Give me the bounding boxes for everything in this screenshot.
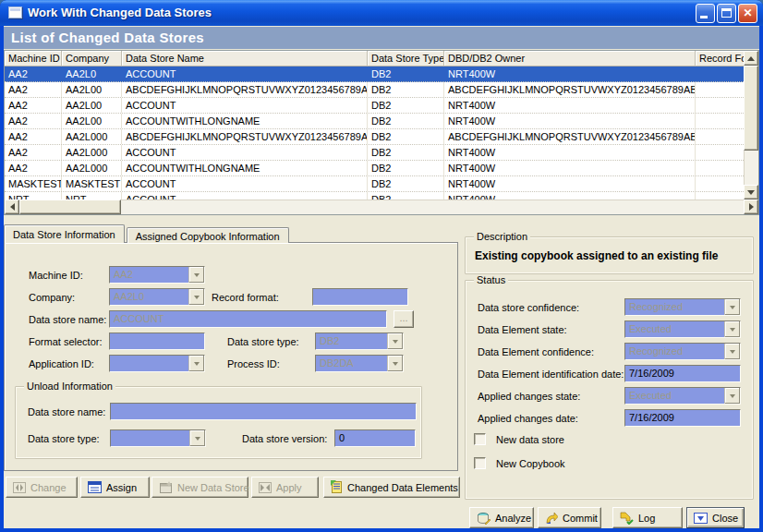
maximize-icon [721,8,732,18]
swap-arrows-icon [13,482,26,493]
scroll-down-button[interactable] [744,185,758,200]
chevron-down-icon [194,362,200,366]
table-row[interactable]: AA2 AA2L000 ABCDEFGHIJKLMNOPQRSTUVWXYZ01… [5,129,744,145]
company-label: Company: [29,292,75,303]
machine-id-label: Machine ID: [29,270,83,281]
cell-machine-id: AA2 [5,98,62,113]
table-row[interactable]: AA2 AA2L00 ABCDEFGHIJKLMNOPQRSTUVWXYZ012… [5,82,744,98]
scroll-right-button[interactable] [744,200,758,214]
cell-record-format [696,161,744,175]
vertical-scroll-thumb[interactable] [744,66,758,151]
horizontal-scrollbar[interactable] [5,200,758,214]
changed-data-elements-button[interactable]: Changed Data Elements [323,477,460,498]
cell-company: AA2L00 [62,98,122,113]
cell-company: AA2L000 [62,161,122,175]
column-header-dbd-db2-owner[interactable]: DBD/DB2 Owner [444,51,696,66]
scroll-up-button[interactable] [744,51,758,66]
machine-id-combo: AA2 [109,266,205,284]
dropdown-button [724,344,740,359]
application-id-combo [109,355,205,372]
commit-button[interactable]: Commit [538,507,601,528]
arrow-down-icon [747,190,755,195]
company-combo: AA2L0 [109,288,205,306]
titlebar: Work With Changed Data Stores ✕ [0,0,763,26]
column-header-data-store-name[interactable]: Data Store Name [122,51,368,66]
data-store-version-label: Data store version: [242,433,327,444]
description-title: Description [474,231,530,242]
data-element-confidence-label: Data Element confidence: [478,346,594,357]
cell-record-format [696,129,744,144]
chevron-down-icon [194,273,200,277]
cell-record-format [696,114,744,128]
maximize-button[interactable] [717,4,736,23]
table-row[interactable]: AA2 AA2L000 ACCOUNTWITHLONGNAME DB2 NRT4… [5,161,744,176]
column-header-record-format[interactable]: Record Format [696,51,744,66]
chevron-down-icon [194,296,200,299]
new-data-store-checkbox[interactable] [474,433,486,445]
unload-data-store-type-label: Data store type: [28,433,100,444]
dropdown-button [387,356,403,371]
data-store-name-field[interactable]: ACCOUNT [109,310,387,328]
dropdown-button [188,356,204,371]
chevron-down-icon [730,350,735,354]
cell-company: AA2L000 [62,145,122,160]
tab-assigned-copybook-information[interactable]: Assigned Copybook Information [127,227,289,243]
cell-record-format [696,192,744,200]
cell-data-store-type: DB2 [368,66,444,81]
analyze-button[interactable]: Analyze [469,507,534,528]
record-format-field[interactable] [312,288,408,306]
table-row[interactable]: AA2 AA2L0 ACCOUNT DB2 NRT400W [5,66,744,82]
grid-body: AA2 AA2L0 ACCOUNT DB2 NRT400W AA2 AA2L00… [5,66,744,200]
vertical-scrollbar[interactable] [744,51,758,200]
data-store-type-combo: DB2 [315,332,404,350]
column-header-company[interactable]: Company [62,51,122,66]
tab-data-store-information[interactable]: Data Store Information [4,224,125,243]
browse-button: ... [394,310,414,328]
unload-data-store-name-field[interactable] [110,403,417,420]
assign-button[interactable]: Assign [80,477,150,498]
close-button[interactable]: Close [686,507,745,528]
change-button: Change [6,477,78,498]
cell-dbd-db2-owner: NRT400W [444,98,696,113]
table-row[interactable]: AA2 AA2L000 ACCOUNT DB2 NRT400W [5,145,744,161]
format-selector-field[interactable] [109,332,205,350]
table-row[interactable]: AA2 AA2L00 ACCOUNTWITHLONGNAME DB2 NRT40… [5,114,744,129]
cell-data-store-name: ABCDEFGHIJKLMNOPQRSTUVWXYZ0123456789ABCD… [122,82,368,97]
cell-machine-id: AA2 [5,161,62,175]
apply-arrows-icon [259,482,272,493]
column-header-data-store-type[interactable]: Data Store Type [368,51,444,66]
cell-machine-id: MASKTEST [5,176,62,191]
cell-machine-id: AA2 [5,129,62,144]
data-element-state-label: Data Element state: [478,324,567,335]
apply-button: Apply [251,477,319,498]
unload-information-title: Unload Information [24,381,115,392]
minimize-icon [700,16,708,18]
cell-data-store-type: DB2 [368,82,444,97]
arrow-up-icon [747,56,755,61]
minimize-button[interactable] [696,4,715,23]
column-header-machine-id[interactable]: Machine ID [5,51,62,66]
table-row[interactable]: AA2 AA2L00 ACCOUNT DB2 NRT400W [5,98,744,114]
cell-data-store-name: ACCOUNT [122,98,368,113]
status-group: Status Data store confidence: Recognized… [465,280,754,500]
cell-data-store-name: ACCOUNT [122,192,368,200]
table-row[interactable]: MASKTEST MASKTEST ACCOUNT DB2 NRT400W [5,176,744,192]
cell-data-store-name: ACCOUNT [122,66,368,81]
applied-changes-date-field[interactable]: 7/16/2009 [624,409,741,427]
table-row[interactable]: NRT NRT ACCOUNT DB2 NRT400W [5,192,744,200]
new-copybook-checkbox[interactable] [474,457,486,469]
log-button[interactable]: Log [612,507,683,528]
chevron-down-icon [730,394,735,398]
cell-dbd-db2-owner: NRT400W [444,114,696,128]
scroll-left-button[interactable] [5,200,19,214]
cell-dbd-db2-owner: NRT400W [444,161,696,175]
close-window-button[interactable]: ✕ [738,4,757,23]
cell-company: AA2L0 [62,66,122,81]
grid-header-row: Machine ID Company Data Store Name Data … [5,51,744,66]
applied-changes-date-label: Applied changes date: [478,413,578,424]
application-id-label: Application ID: [29,358,94,369]
data-element-identification-date-field[interactable]: 7/16/2009 [624,365,741,382]
data-store-version-field[interactable]: 0 [334,429,416,447]
horizontal-scroll-thumb[interactable] [19,200,121,214]
cell-machine-id: NRT [5,192,62,200]
